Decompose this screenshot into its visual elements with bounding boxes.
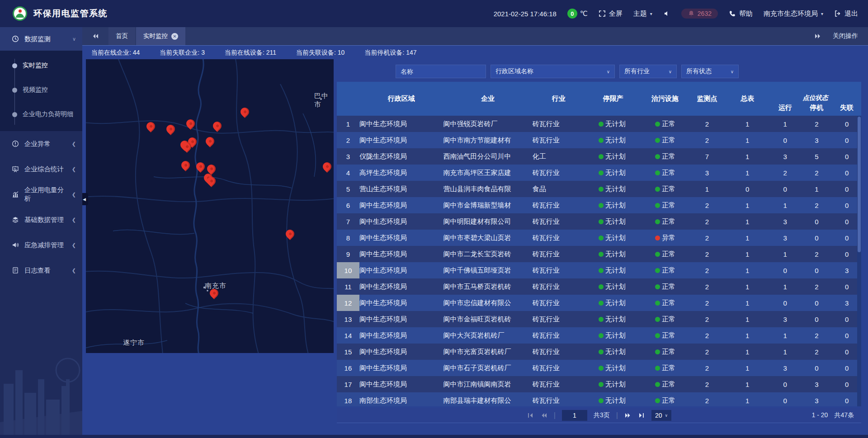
alert-icon — [12, 140, 19, 147]
map-city-label: 遂宁市 — [123, 339, 145, 347]
stat-item: 当前失联企业: 3 — [160, 49, 205, 57]
sidebar-group-board[interactable]: 企业综合统计❮ — [0, 156, 82, 182]
table-row[interactable]: 7阆中生态环境局阆中明阳建材有限公司砖瓦行业无计划正常21300 — [337, 213, 861, 230]
status-dot — [599, 235, 604, 240]
chart-icon — [12, 191, 19, 198]
status-select[interactable]: 所有状态∨ — [681, 65, 739, 78]
col-meter: 总表 — [726, 82, 769, 116]
last-page-icon — [638, 412, 645, 419]
close-operations-button[interactable]: 关闭操作 — [833, 32, 858, 40]
sidebar-group-log[interactable]: 日志查看❮ — [0, 258, 82, 283]
table-row[interactable]: 11阆中生态环境局阆中市五马桥页岩机砖砖瓦行业无计划正常21120 — [337, 278, 861, 295]
col-facility: 治污设施 — [642, 82, 689, 116]
filter-bar: 行政区域名称∨ 所有行业∨ 所有状态∨ — [396, 65, 739, 78]
cell-run-count: 0 — [769, 376, 801, 392]
cell-halt-count: 3 — [801, 132, 833, 148]
col-region: 行政区域 — [359, 82, 443, 116]
table-row[interactable]: 14阆中生态环境局阆中大兴页岩机砖厂砖瓦行业无计划正常21120 — [337, 327, 861, 344]
stat-label: 当前在线企业: — [91, 49, 131, 56]
cell-monitor-count: 2 — [689, 344, 725, 360]
page-size-select[interactable]: 20∨ — [651, 410, 671, 421]
chevron-down-icon: ∨ — [669, 69, 672, 74]
next-page-button[interactable] — [624, 412, 632, 419]
last-page-button[interactable] — [638, 412, 645, 419]
app-logo — [13, 6, 27, 21]
city-skyline-decoration — [0, 316, 82, 438]
tab-realtime-monitor[interactable]: 实时监控 ✕ — [136, 27, 185, 45]
table-row[interactable]: 8阆中生态环境局阆中市枣碧大梁山页岩砖瓦行业无计划异常21300 — [337, 230, 861, 246]
status-dot — [655, 284, 660, 289]
table-row[interactable]: 6阆中生态环境局阆中市金博瑞新型墙材砖瓦行业无计划正常21120 — [337, 197, 861, 213]
sidebar-item[interactable]: 企业电力负荷明细 — [0, 102, 82, 127]
sidebar-item[interactable]: 视频监控 — [0, 78, 82, 102]
table-row[interactable]: 3仪陇生态环境局西南油气田分公司川中化工无计划正常71350 — [337, 148, 861, 165]
cell-industry: 砖瓦行业 — [533, 246, 585, 262]
cell-industry: 食品 — [533, 181, 585, 197]
table-row[interactable]: 12阆中生态环境局阆中市忠信建材有限公砖瓦行业无计划正常21003 — [337, 295, 861, 311]
cell-halt-count: 3 — [801, 392, 833, 406]
table-row[interactable]: 2阆中生态环境局阆中市南方节能建材有砖瓦行业无计划正常21030 — [337, 132, 861, 148]
map-roads-canvas — [86, 59, 334, 353]
first-page-icon — [527, 412, 534, 419]
sidebar-group-horn[interactable]: 应急减排管理❮ — [0, 232, 82, 258]
prev-page-icon — [540, 412, 547, 419]
table-row[interactable]: 1阆中生态环境局阆中强锐页岩砖厂砖瓦行业无计划正常21120 — [337, 116, 861, 132]
cell-industry: 砖瓦行业 — [533, 278, 585, 295]
region-select[interactable]: 行政区域名称∨ — [491, 65, 615, 78]
sidebar-group-alert[interactable]: 企业异常❮ — [0, 131, 82, 156]
status-dot — [655, 268, 660, 273]
sidebar-group-chart[interactable]: 企业用电量分析❮ — [0, 182, 82, 207]
cell-industry: 砖瓦行业 — [533, 344, 585, 360]
cell-facility-status: 正常 — [642, 116, 689, 132]
chevron-down-icon: ∨ — [665, 413, 668, 418]
cell-stop-status: 无计划 — [585, 360, 642, 376]
table-row[interactable]: 4高坪生态环境局南充市高坪区王家店建砖瓦行业无计划正常31220 — [337, 165, 861, 181]
table-row[interactable]: 5营山生态环境局营山县润丰肉食品有限食品无计划正常10010 — [337, 181, 861, 197]
tabs-scroll-right-button[interactable] — [814, 33, 821, 40]
cell-run-count: 1 — [769, 278, 801, 295]
tabs-scroll-left-button[interactable] — [82, 27, 108, 45]
horn-icon — [12, 241, 19, 249]
table-row[interactable]: 18南部生态环境局南部县瑞丰建材有限公砖瓦行业无计划正常21030 — [337, 392, 861, 406]
table-scrollbar[interactable] — [857, 116, 861, 406]
cell-run-count: 1 — [769, 197, 801, 213]
sidebar-group-layers[interactable]: 基础数据管理❮ — [0, 207, 82, 232]
table-row[interactable]: 17阆中生态环境局阆中市江南镇阆南页岩砖瓦行业无计划正常21030 — [337, 376, 861, 392]
theme-menu-button[interactable]: 主题▾ — [633, 9, 652, 18]
fullscreen-button[interactable]: 全屏 — [599, 9, 623, 18]
stat-item: 当前在线企业: 44 — [91, 49, 140, 57]
logout-button[interactable]: 退出 — [834, 9, 858, 18]
table-row[interactable]: 9阆中生态环境局阆中市二龙长宝页岩砖砖瓦行业无计划正常21120 — [337, 246, 861, 262]
table-row[interactable]: 15阆中生态环境局阆中市光富页岩机砖厂砖瓦行业无计划正常21120 — [337, 344, 861, 360]
cell-meter-count: 0 — [726, 181, 769, 197]
sidebar-item[interactable]: 实时监控 — [0, 53, 82, 78]
help-button[interactable]: 帮助 — [729, 9, 753, 18]
status-dot — [655, 138, 660, 143]
prev-page-button[interactable] — [540, 412, 547, 419]
first-page-button[interactable] — [527, 412, 534, 419]
cell-industry: 砖瓦行业 — [533, 311, 585, 327]
tab-home[interactable]: 首页 — [108, 27, 135, 45]
table-row[interactable]: 13阆中生态环境局阆中市金福旺页岩机砖砖瓦行业无计划正常21300 — [337, 311, 861, 327]
tab-close-icon[interactable]: ✕ — [171, 33, 178, 40]
cell-run-count: 3 — [769, 311, 801, 327]
cell-stop-status: 无计划 — [585, 295, 642, 311]
cell-company: 阆中大兴页岩机砖厂 — [443, 327, 532, 344]
sidebar-group-clock[interactable]: 数据监测∨ — [0, 27, 82, 51]
cell-stop-status: 无计划 — [585, 132, 642, 148]
pager-separator: | — [616, 411, 618, 419]
cell-monitor-count: 2 — [689, 278, 725, 295]
table-row[interactable]: 16阆中生态环境局阆中市石子页岩机砖厂砖瓦行业无计划正常21300 — [337, 360, 861, 376]
notification-badge[interactable]: 2632 — [681, 9, 718, 19]
temperature-badge: 0 — [567, 9, 577, 19]
page-number-input[interactable] — [562, 410, 587, 421]
col-run: 运行 — [769, 102, 801, 116]
table-scrollbar-thumb[interactable] — [858, 117, 861, 252]
mute-button[interactable] — [663, 10, 670, 17]
name-search-input[interactable] — [396, 65, 486, 78]
cell-facility-status: 正常 — [642, 392, 689, 406]
table-row[interactable]: 10阆中生态环境局阆中千佛镇五郎垭页岩砖瓦行业无计划正常21003 — [337, 262, 861, 278]
org-menu-button[interactable]: 南充市生态环境局▾ — [764, 9, 823, 18]
industry-select[interactable]: 所有行业∨ — [619, 65, 677, 78]
map-panel[interactable]: 巴中市南充市遂宁市 — [86, 59, 334, 353]
